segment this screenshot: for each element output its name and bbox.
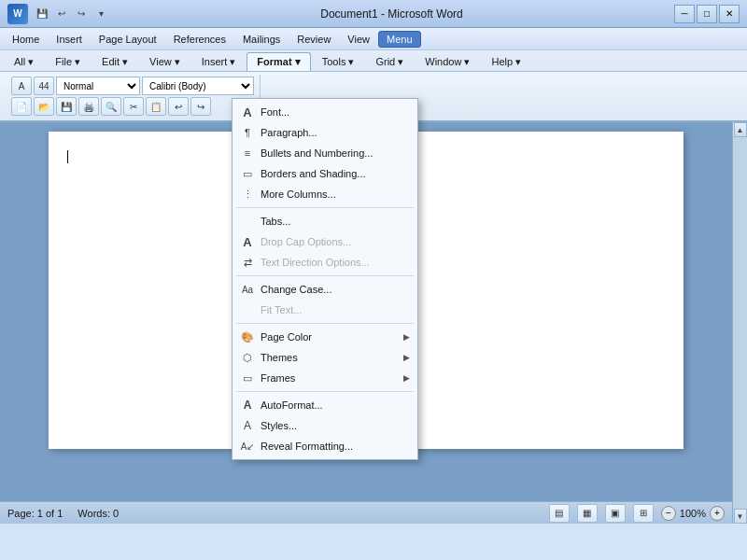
app-logo: W — [7, 4, 28, 24]
status-bar: Page: 1 of 1 Words: 0 ▤ ▦ ▣ ⊞ − 100% + — [0, 501, 732, 524]
maximize-button[interactable]: □ — [697, 5, 717, 23]
menu-item-textdirection-label: Text Direction Options... — [261, 257, 370, 268]
tab-edit[interactable]: Edit ▾ — [92, 52, 138, 71]
tab-insert[interactable]: Insert ▾ — [191, 52, 247, 71]
separator-2 — [236, 275, 414, 276]
toolbar-btn-1[interactable]: 📄 — [11, 97, 32, 116]
title-bar: W 💾 ↩ ↪ ▾ Document1 - Microsoft Word ─ □… — [0, 0, 747, 28]
toolbar-btn-4[interactable]: 🖨️ — [78, 97, 99, 116]
menu-item-paragraph[interactable]: ¶ Paragraph... — [233, 122, 417, 143]
themes-menu-icon: ⬡ — [240, 350, 255, 365]
tab-help[interactable]: Help ▾ — [481, 52, 531, 71]
textdirection-menu-icon: ⇄ — [240, 255, 255, 270]
menu-references[interactable]: References — [165, 31, 234, 48]
layout-btn-4[interactable]: ⊞ — [633, 504, 654, 523]
pagecolor-menu-icon: 🎨 — [240, 329, 255, 344]
menu-item-pagecolor[interactable]: 🎨 Page Color ▶ — [233, 327, 417, 347]
toolbar-btn-7[interactable]: 📋 — [146, 97, 166, 116]
toolbar-btn-5[interactable]: 🔍 — [101, 97, 121, 116]
menu-item-styles[interactable]: A Styles... — [233, 415, 417, 436]
tab-file[interactable]: File ▾ — [45, 52, 91, 71]
layout-btn-3[interactable]: ▣ — [605, 504, 626, 523]
menu-item-font[interactable]: A Font... — [233, 102, 417, 122]
menu-page-layout[interactable]: Page Layout — [91, 31, 165, 48]
toolbar-btn-3[interactable]: 💾 — [56, 97, 77, 116]
zoom-level: 100% — [680, 508, 706, 519]
menu-item-textdirection: ⇄ Text Direction Options... — [233, 252, 417, 273]
window-controls: ─ □ ✕ — [674, 5, 740, 23]
tab-view[interactable]: View ▾ — [139, 52, 190, 71]
save-quick-btn[interactable]: 💾 — [34, 6, 50, 22]
menu-item-columns[interactable]: ⋮ More Columns... — [233, 184, 417, 204]
autoformat-menu-icon: A — [240, 398, 255, 413]
menu-item-autoformat[interactable]: A AutoFormat... — [233, 395, 417, 415]
changecase-menu-icon: Aa — [240, 282, 255, 297]
toolbar-btn-6[interactable]: ✂ — [123, 97, 144, 116]
separator-1 — [236, 207, 414, 208]
menu-review[interactable]: Review — [289, 31, 339, 48]
redo-quick-btn[interactable]: ↪ — [73, 6, 90, 22]
zoom-in-btn[interactable]: + — [710, 506, 725, 521]
menu-item-font-label: Font... — [261, 106, 289, 118]
tab-format[interactable]: Format ▾ — [247, 52, 310, 71]
dropcap-menu-icon: A — [240, 234, 255, 249]
undo-quick-btn[interactable]: ↩ — [53, 6, 70, 22]
status-right: ▤ ▦ ▣ ⊞ − 100% + — [549, 504, 725, 523]
close-button[interactable]: ✕ — [719, 5, 740, 23]
toolbar-btn-2[interactable]: 📂 — [34, 97, 54, 116]
ribbon-row-icons: 📄 📂 💾 🖨️ 🔍 ✂ 📋 ↩ ↪ — [11, 97, 211, 116]
font-color-btn[interactable]: A — [11, 77, 32, 95]
menu-view[interactable]: View — [339, 31, 378, 48]
paragraph-menu-icon: ¶ — [240, 125, 255, 140]
quick-access-toolbar: 💾 ↩ ↪ ▾ — [34, 6, 109, 22]
word-count: Words: 0 — [78, 508, 119, 519]
menu-home[interactable]: Home — [4, 31, 48, 48]
scroll-up-btn[interactable]: ▲ — [734, 122, 747, 137]
customize-quick-btn[interactable]: ▾ — [92, 6, 109, 22]
menu-item-bullets-label: Bullets and Numbering... — [261, 147, 373, 159]
menu-item-changecase[interactable]: Aa Change Case... — [233, 279, 417, 300]
menu-mailings[interactable]: Mailings — [234, 31, 289, 48]
styles-menu-icon: A — [240, 418, 255, 433]
fittext-menu-icon — [240, 302, 255, 317]
toolbar-btn-9[interactable]: ↪ — [190, 97, 211, 116]
ribbon-row-tools: A 44 Normal Calibri (Body) — [11, 77, 254, 95]
font-size-btn[interactable]: 44 — [34, 77, 54, 95]
text-cursor — [67, 150, 68, 163]
tab-window[interactable]: Window ▾ — [415, 52, 480, 71]
frames-menu-icon: ▭ — [240, 371, 255, 385]
menu-item-changecase-label: Change Case... — [261, 284, 331, 295]
bullets-menu-icon: ≡ — [240, 146, 255, 161]
menu-item-themes[interactable]: ⬡ Themes ▶ — [233, 347, 417, 368]
pagecolor-arrow: ▶ — [403, 332, 410, 342]
scroll-track[interactable] — [733, 137, 747, 509]
menu-menu[interactable]: Menu — [378, 31, 421, 48]
revealformatting-menu-icon: A↙ — [240, 439, 255, 454]
toolbar-btn-8[interactable]: ↩ — [168, 97, 189, 116]
themes-arrow: ▶ — [403, 353, 410, 362]
menu-insert[interactable]: Insert — [48, 31, 91, 48]
menu-item-bullets[interactable]: ≡ Bullets and Numbering... — [233, 143, 417, 163]
menu-item-columns-label: More Columns... — [261, 189, 336, 200]
title-text: Document1 - Microsoft Word — [320, 7, 463, 21]
tab-all[interactable]: All ▾ — [4, 52, 44, 71]
format-dropdown-menu: A Font... ¶ Paragraph... ≡ Bullets and N… — [232, 98, 418, 460]
menu-item-autoformat-label: AutoFormat... — [261, 399, 323, 411]
font-dropdown[interactable]: Calibri (Body) — [142, 77, 254, 95]
layout-btn-2[interactable]: ▦ — [577, 504, 598, 523]
tab-tools[interactable]: Tools ▾ — [312, 52, 365, 71]
title-bar-left: W 💾 ↩ ↪ ▾ — [7, 4, 109, 24]
menu-item-tabs[interactable]: Tabs... — [233, 211, 417, 231]
scrollbar-vertical: ▲ ▼ — [732, 122, 747, 524]
menu-item-fittext-label: Fit Text... — [261, 304, 302, 315]
scroll-down-btn[interactable]: ▼ — [734, 509, 747, 524]
font-menu-icon: A — [240, 105, 255, 119]
menu-item-borders[interactable]: ▭ Borders and Shading... — [233, 163, 417, 184]
menu-item-revealformatting[interactable]: A↙ Reveal Formatting... — [233, 436, 417, 456]
zoom-out-btn[interactable]: − — [661, 506, 676, 521]
tab-grid[interactable]: Grid ▾ — [365, 52, 414, 71]
style-dropdown[interactable]: Normal — [56, 77, 140, 95]
minimize-button[interactable]: ─ — [674, 5, 695, 23]
layout-btn-1[interactable]: ▤ — [549, 504, 570, 523]
menu-item-frames[interactable]: ▭ Frames ▶ — [233, 368, 417, 388]
